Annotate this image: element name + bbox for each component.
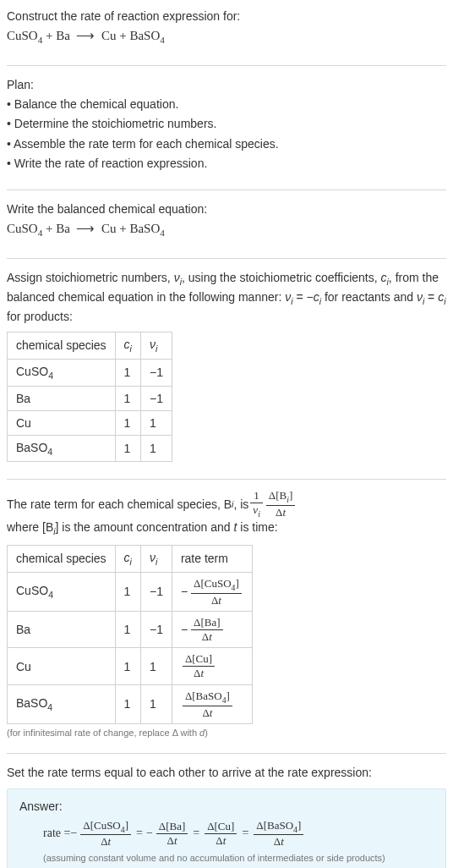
frac-num: Δ[Cu]: [183, 653, 215, 667]
cell-species: BaSO4: [8, 684, 116, 723]
answer-box: Answer: rate = −Δ[CuSO4]Δt=−Δ[Ba]Δt=Δ[Cu…: [7, 788, 446, 869]
cell-ci: 1: [115, 410, 140, 435]
frac-num: Δ[CuSO4]: [80, 820, 131, 836]
answer-note: (assuming constant volume and no accumul…: [19, 853, 434, 863]
rate-frac: Δ[Ba]Δt: [156, 821, 188, 846]
cell-rate: Δ[BaSO4]Δt: [172, 684, 252, 723]
col-species: chemical species: [8, 545, 116, 572]
equals-sign: =: [193, 827, 199, 840]
rateterm-frac-1: 1 νi: [250, 490, 263, 518]
rateterm-intro-suffix: where [Bi] is the amount concentration a…: [7, 519, 278, 538]
rateterm-frac-2: Δ[Bi] Δt: [266, 490, 295, 518]
answer-term: −Δ[Ba]Δt: [146, 821, 189, 846]
cell-ci: 1: [115, 648, 140, 684]
frac-den: Δt: [183, 706, 232, 719]
cell-ci: 1: [115, 612, 140, 648]
frac-num: Δ[BaSO4]: [254, 820, 303, 836]
answer-term: Δ[Cu]Δt: [203, 821, 238, 846]
rate-frac: Δ[Ba]Δt: [191, 617, 222, 642]
answer-label: Answer:: [19, 799, 434, 813]
divider: [7, 479, 446, 480]
answer-equation: rate = −Δ[CuSO4]Δt=−Δ[Ba]Δt=Δ[Cu]Δt=Δ[Ba…: [19, 820, 434, 848]
frac-den: νi: [250, 503, 263, 519]
frac-den: Δt: [191, 630, 222, 643]
rateterm-intro-middle: , is: [233, 496, 248, 513]
rateterm-intro-prefix: The rate term for each chemical species,…: [7, 496, 232, 513]
cell-species: CuSO4: [8, 572, 116, 611]
frac-num: Δ[Cu]: [205, 821, 237, 834]
rateterm-section: The rate term for each chemical species,…: [7, 490, 446, 746]
final-section: Set the rate terms equal to each other t…: [7, 764, 446, 868]
rate-frac: Δ[Cu]Δt: [183, 653, 215, 678]
frac-den: Δt: [191, 594, 242, 607]
col-vi: νi: [140, 332, 172, 360]
cell-rate: −Δ[CuSO4]Δt: [172, 572, 252, 611]
table-row: BaSO411Δ[BaSO4]Δt: [8, 684, 253, 723]
question-title: Construct the rate of reaction expressio…: [7, 8, 446, 25]
stoich-section: Assign stoichiometric numbers, νi, using…: [7, 269, 446, 473]
cell-vi: −1: [140, 386, 172, 410]
cell-species: BaSO4: [8, 435, 116, 462]
frac-num: Δ[Bi]: [266, 490, 295, 506]
divider: [7, 65, 446, 66]
rateterm-note: (for infinitesimal rate of change, repla…: [7, 728, 446, 738]
cell-species: CuSO4: [8, 359, 116, 386]
frac-den: Δt: [80, 835, 131, 848]
col-vi: νi: [140, 545, 172, 572]
cell-ci: 1: [115, 572, 140, 611]
final-heading: Set the rate terms equal to each other t…: [7, 764, 446, 781]
divider: [7, 258, 446, 259]
cell-species: Ba: [8, 386, 116, 410]
cell-ci: 1: [115, 359, 140, 386]
plan-section: Plan: • Balance the chemical equation.• …: [7, 76, 446, 183]
col-species: chemical species: [8, 332, 116, 360]
cell-vi: −1: [140, 572, 172, 611]
balanced-equation: CuSO4 + Ba ⟶ Cu + BaSO4: [7, 220, 446, 239]
cell-ci: 1: [115, 684, 140, 723]
col-ci: ci: [115, 332, 140, 360]
cell-rate: Δ[Cu]Δt: [172, 648, 252, 684]
cell-vi: 1: [140, 435, 172, 462]
frac-den: Δt: [205, 834, 237, 847]
equals-sign: =: [242, 827, 248, 840]
frac-num: 1: [250, 490, 263, 503]
frac-num: Δ[Ba]: [191, 617, 222, 630]
cell-vi: −1: [140, 612, 172, 648]
rateterm-intro: The rate term for each chemical species,…: [7, 490, 446, 537]
cell-rate: −Δ[Ba]Δt: [172, 612, 252, 648]
frac-num: Δ[BaSO4]: [183, 690, 232, 706]
frac-den: Δt: [183, 667, 215, 679]
cell-species: Cu: [8, 648, 116, 684]
frac-den: Δt: [254, 835, 303, 848]
plan-list: • Balance the chemical equation.• Determ…: [7, 96, 446, 172]
cell-species: Cu: [8, 410, 116, 435]
cell-vi: 1: [140, 648, 172, 684]
stoich-intro: Assign stoichiometric numbers, νi, using…: [7, 269, 446, 325]
balanced-heading: Write the balanced chemical equation:: [7, 201, 446, 217]
question-equation: CuSO4 + Ba ⟶ Cu + BaSO4: [7, 27, 446, 47]
table-row: Cu11Δ[Cu]Δt: [8, 648, 253, 684]
rate-frac: Δ[Cu]Δt: [205, 821, 237, 846]
table-row: Ba1−1−Δ[Ba]Δt: [8, 612, 253, 648]
cell-ci: 1: [115, 435, 140, 462]
rate-frac: Δ[BaSO4]Δt: [254, 820, 303, 848]
table-header-row: chemical species ci νi rate term: [8, 545, 253, 572]
cell-ci: 1: [115, 386, 140, 410]
plan-item: • Balance the chemical equation.: [7, 96, 446, 113]
divider: [7, 190, 446, 190]
stoich-table: chemical species ci νi CuSO41−1Ba1−1Cu11…: [7, 332, 172, 462]
answer-rate-label: rate =: [43, 827, 70, 840]
balanced-section: Write the balanced chemical equation: Cu…: [7, 201, 446, 251]
plan-heading: Plan:: [7, 76, 446, 93]
equals-sign: =: [136, 827, 143, 840]
table-row: CuSO41−1: [8, 359, 172, 386]
table-row: Cu11: [8, 410, 172, 435]
rate-frac: Δ[BaSO4]Δt: [183, 690, 232, 718]
answer-term: Δ[BaSO4]Δt: [252, 820, 305, 848]
rate-frac: Δ[CuSO4]Δt: [191, 578, 242, 606]
plan-item: • Write the rate of reaction expression.: [7, 155, 446, 172]
answer-term: −Δ[CuSO4]Δt: [70, 820, 133, 848]
cell-species: Ba: [8, 612, 116, 648]
table-header-row: chemical species ci νi: [8, 332, 172, 360]
frac-num: Δ[CuSO4]: [191, 578, 242, 594]
